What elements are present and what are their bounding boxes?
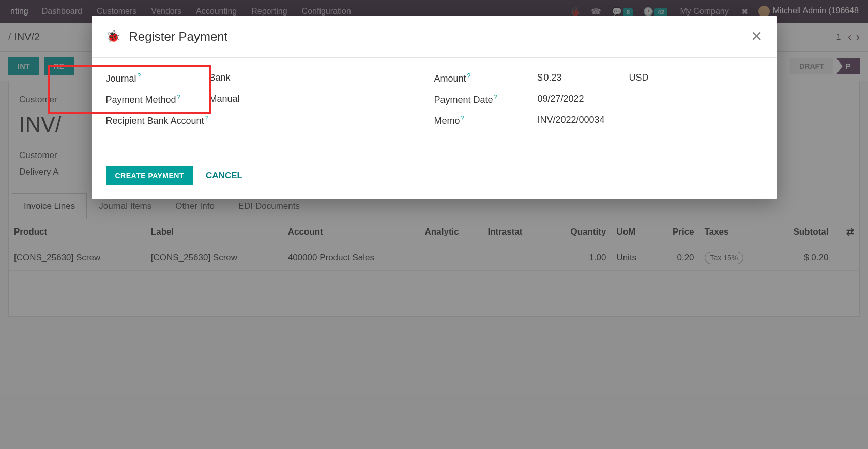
payment-date-label: Payment Date? — [434, 94, 538, 105]
payment-method-field[interactable]: Manual — [209, 94, 434, 104]
modal-header: 🐞 Register Payment ✕ — [92, 16, 777, 58]
help-icon[interactable]: ? — [205, 115, 209, 122]
register-payment-modal: 🐞 Register Payment ✕ Journal? Bank Payme… — [92, 16, 777, 199]
help-icon[interactable]: ? — [461, 115, 465, 122]
help-icon[interactable]: ? — [138, 72, 141, 80]
close-icon[interactable]: ✕ — [751, 28, 763, 45]
help-icon[interactable]: ? — [494, 94, 498, 101]
help-icon[interactable]: ? — [177, 94, 181, 101]
amount-prefix: $ — [538, 72, 543, 83]
journal-field[interactable]: Bank — [209, 72, 434, 83]
amount-currency[interactable]: USD — [629, 72, 649, 83]
modal-body: Journal? Bank Payment Method? Manual Rec… — [92, 58, 777, 157]
payment-date-field[interactable]: 09/27/2022 — [538, 94, 763, 104]
modal-footer: CREATE PAYMENT CANCEL — [92, 157, 777, 199]
modal-title: Register Payment — [129, 29, 228, 44]
create-payment-button[interactable]: CREATE PAYMENT — [106, 166, 194, 185]
memo-label: Memo? — [434, 115, 538, 127]
help-icon[interactable]: ? — [467, 72, 471, 80]
amount-label: Amount? — [434, 72, 538, 84]
recipient-bank-label: Recipient Bank Account? — [106, 115, 209, 127]
bug-icon[interactable]: 🐞 — [106, 30, 120, 43]
memo-field[interactable]: INV/2022/00034 — [538, 115, 763, 126]
cancel-button[interactable]: CANCEL — [206, 171, 242, 181]
amount-value: 0.23 — [544, 72, 562, 83]
journal-label: Journal? — [106, 72, 209, 84]
amount-field[interactable]: $ 0.23 USD — [538, 72, 763, 83]
payment-method-label: Payment Method? — [106, 94, 209, 105]
